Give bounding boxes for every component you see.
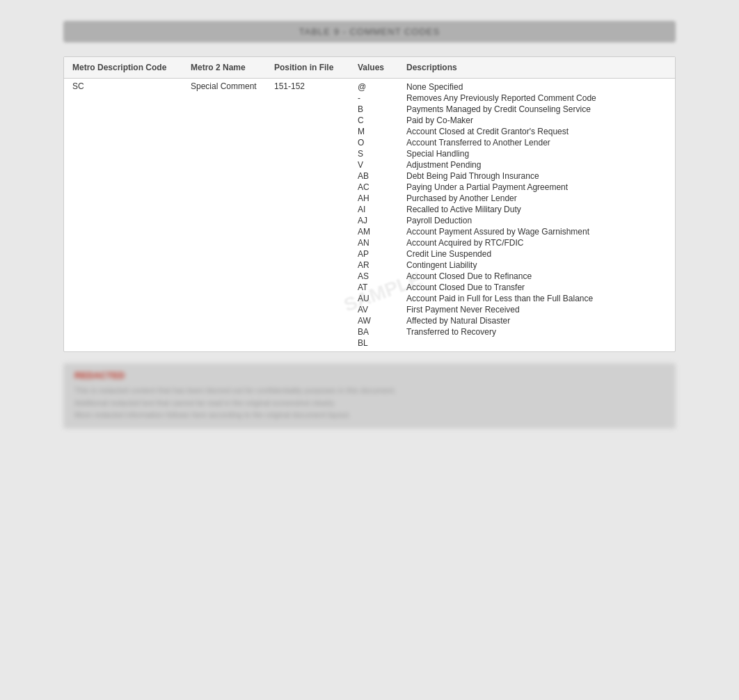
value-desc-10: Purchased by Another Lender [406,193,667,204]
value-code-11: AI [358,204,401,215]
value-desc-21: Affected by Natural Disaster [406,315,667,326]
blurred-footer: REDACTED This is redacted content that h… [63,363,676,429]
row-metro2: Special Comment [188,80,271,93]
header-code: Metro Description Code [70,61,188,74]
value-code-0: @ [358,81,401,93]
header-values: Values [355,61,404,74]
value-desc-23 [406,337,667,339]
blurred-line-2: Additional redacted text that cannot be … [74,397,665,410]
value-code-12: AJ [358,215,401,226]
value-code-10: AH [358,193,401,204]
value-desc-5: Account Transferred to Another Lender [406,137,667,148]
value-code-6: S [358,148,401,159]
value-desc-4: Account Closed at Credit Grantor's Reque… [406,126,667,137]
value-desc-6: Special Handling [406,148,667,159]
value-desc-15: Credit Line Suspended [406,248,667,260]
value-code-1: - [358,93,401,104]
blurred-line-3: More redacted information follows here a… [74,409,665,422]
blurred-line-1: This is redacted content that has been b… [74,385,665,397]
value-code-7: V [358,159,401,170]
table-header: Metro Description Code Metro 2 Name Posi… [64,57,675,79]
value-code-8: AB [358,170,401,182]
header-descriptions: Descriptions [404,61,669,74]
value-code-13: AM [358,226,401,237]
value-desc-2: Payments Managed by Credit Counseling Se… [406,104,667,115]
value-desc-11: Recalled to Active Military Duty [406,204,667,215]
value-desc-14: Account Acquired by RTC/FDIC [406,237,667,248]
value-desc-1: Removes Any Previously Reported Comment … [406,93,667,104]
page-wrapper: TABLE 9 - COMMENT CODES Metro Descriptio… [0,0,739,700]
main-content: TABLE 9 - COMMENT CODES Metro Descriptio… [35,0,704,450]
header-metro2: Metro 2 Name [188,61,271,74]
value-code-9: AC [358,182,401,193]
row-code: SC [70,80,188,93]
value-code-3: C [358,115,401,126]
value-desc-13: Account Payment Assured by Wage Garnishm… [406,226,667,237]
header-position: Position in File [271,61,355,74]
value-code-14: AN [358,237,401,248]
value-desc-12: Payroll Deduction [406,215,667,226]
value-code-2: B [358,104,401,115]
value-desc-8: Debt Being Paid Through Insurance [406,170,667,182]
value-code-4: M [358,126,401,137]
value-code-23: BL [358,337,401,349]
row-position: 151-152 [271,80,355,93]
value-desc-0: None Specified [406,81,667,93]
value-desc-9: Paying Under a Partial Payment Agreement [406,182,667,193]
value-desc-22: Transferred to Recovery [406,326,667,337]
blurred-title-text: REDACTED [74,370,665,381]
page-title: TABLE 9 - COMMENT CODES [63,21,676,42]
value-code-5: O [358,137,401,148]
page-title-text: TABLE 9 - COMMENT CODES [299,26,440,37]
value-desc-7: Adjustment Pending [406,159,667,170]
value-desc-3: Paid by Co-Maker [406,115,667,126]
